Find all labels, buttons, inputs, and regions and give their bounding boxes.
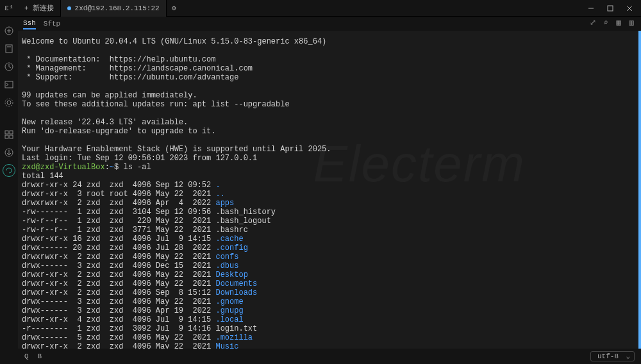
view-controls: ⤢ ⌕ ▦ ▥ bbox=[588, 18, 636, 27]
svg-point-15 bbox=[7, 101, 11, 104]
window-controls bbox=[582, 1, 641, 16]
svg-rect-18 bbox=[10, 131, 13, 134]
fullscreen-icon[interactable]: ⤢ bbox=[588, 18, 597, 27]
status-b[interactable]: B bbox=[38, 352, 42, 360]
titlebar: ε¹ + 新连接 zxd@192.168.2.115:22 ⊕ bbox=[0, 0, 641, 17]
tab-sftp[interactable]: Sftp bbox=[44, 19, 60, 29]
bookmarks-icon[interactable] bbox=[3, 42, 15, 55]
plus-icon: ⊕ bbox=[172, 4, 176, 12]
svg-rect-12 bbox=[5, 81, 13, 88]
new-tab-button[interactable]: ⊕ bbox=[167, 0, 182, 17]
plus-icon: + bbox=[24, 4, 29, 12]
app-icon[interactable]: ε¹ bbox=[0, 0, 18, 17]
search-icon[interactable]: ⌕ bbox=[601, 18, 610, 27]
split-grid-icon[interactable]: ▦ bbox=[614, 18, 623, 27]
tab-label: zxd@192.168.2.115:22 bbox=[75, 4, 160, 12]
batch-icon[interactable] bbox=[3, 128, 15, 141]
statusbar: Q B utf-8 bbox=[18, 349, 641, 364]
minimize-button[interactable] bbox=[582, 1, 600, 16]
svg-rect-20 bbox=[10, 135, 13, 138]
svg-rect-7 bbox=[6, 45, 12, 53]
svg-rect-19 bbox=[5, 135, 8, 138]
tab-session[interactable]: zxd@192.168.2.115:22 bbox=[61, 0, 167, 17]
settings-icon[interactable] bbox=[3, 96, 15, 109]
status-q[interactable]: Q bbox=[24, 352, 29, 360]
maximize-button[interactable] bbox=[601, 1, 619, 16]
sidebar-rail bbox=[0, 17, 18, 364]
sync-icon[interactable] bbox=[3, 164, 15, 177]
session-subtabs: Ssh Sftp bbox=[18, 17, 60, 31]
terminal-output[interactable]: Welcome to Ubuntu 20.04.4 LTS (GNU/Linux… bbox=[18, 31, 638, 349]
add-icon[interactable] bbox=[3, 24, 15, 37]
svg-point-16 bbox=[5, 99, 13, 106]
terminals-icon[interactable] bbox=[3, 78, 15, 91]
split-cols-icon[interactable]: ▥ bbox=[627, 18, 636, 27]
status-dot-icon bbox=[67, 6, 71, 10]
history-icon[interactable] bbox=[3, 60, 15, 73]
encoding-select[interactable]: utf-8 bbox=[590, 351, 635, 361]
svg-line-11 bbox=[9, 67, 11, 68]
tab-label: 新连接 bbox=[33, 3, 54, 13]
svg-rect-1 bbox=[608, 6, 613, 11]
scrollbar[interactable] bbox=[638, 31, 641, 349]
svg-line-14 bbox=[6, 85, 8, 86]
close-button[interactable] bbox=[620, 1, 638, 16]
transfer-icon[interactable] bbox=[3, 146, 15, 159]
svg-rect-17 bbox=[5, 131, 8, 134]
tab-ssh[interactable]: Ssh bbox=[23, 18, 36, 29]
tab-new-connection[interactable]: + 新连接 bbox=[18, 0, 61, 17]
